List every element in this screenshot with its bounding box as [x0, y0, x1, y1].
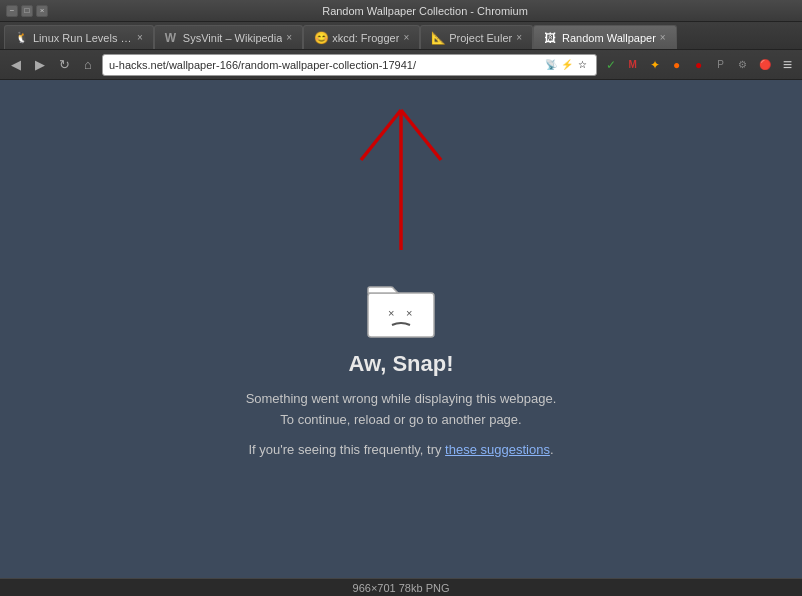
tab-sysvinit[interactable]: W SysVinit – Wikipedia × [154, 25, 303, 49]
svg-text:×: × [406, 307, 412, 319]
tab-close-wallpaper[interactable]: × [660, 32, 666, 43]
status-text: 966×701 78kb PNG [353, 582, 450, 594]
crash-content: × × Aw, Snap! Something went wrong while… [246, 279, 557, 458]
tab-linux-run-levels[interactable]: 🐧 Linux Run Levels (R... × [4, 25, 154, 49]
window-title: Random Wallpaper Collection - Chromium [54, 5, 796, 17]
toolbar-icons: ✓ M ✦ ● ● P ⚙ 🔴 [601, 55, 775, 75]
url-text: u-hacks.net/wallpaper-166/random-wallpap… [109, 59, 540, 71]
annotation-arrow [341, 100, 461, 264]
tab-close-xkcd[interactable]: × [403, 32, 409, 43]
svg-text:×: × [388, 307, 394, 319]
url-icons: 📡 ⚡ ☆ [544, 58, 590, 72]
browser-content: × × Aw, Snap! Something went wrong while… [0, 80, 802, 596]
tab-favicon-sysvinit: W [165, 31, 179, 45]
title-bar: − □ × Random Wallpaper Collection - Chro… [0, 0, 802, 22]
crash-suggestion: If you're seeing this frequently, try th… [248, 442, 553, 457]
status-bar: 966×701 78kb PNG [0, 578, 802, 596]
tab-project-euler[interactable]: 📐 Project Euler × [420, 25, 533, 49]
red-circle-icon[interactable]: ● [689, 55, 709, 75]
url-box[interactable]: u-hacks.net/wallpaper-166/random-wallpap… [102, 54, 597, 76]
close-button[interactable]: × [36, 5, 48, 17]
addon-icon3[interactable]: 🔴 [755, 55, 775, 75]
window-controls[interactable]: − □ × [6, 5, 48, 17]
crash-message-line2: To continue, reload or go to another pag… [280, 412, 521, 427]
minimize-button[interactable]: − [6, 5, 18, 17]
home-button[interactable]: ⌂ [78, 55, 98, 75]
tab-random-wallpaper[interactable]: 🖼 Random Wallpaper × [533, 25, 677, 49]
tab-xkcd[interactable]: 😊 xkcd: Frogger × [303, 25, 420, 49]
tab-favicon-xkcd: 😊 [314, 31, 328, 45]
svg-line-0 [361, 110, 401, 160]
tab-bar: 🐧 Linux Run Levels (R... × W SysVinit – … [0, 22, 802, 50]
svg-line-1 [401, 110, 441, 160]
tab-favicon-linux: 🐧 [15, 31, 29, 45]
svg-rect-3 [368, 293, 434, 337]
maximize-button[interactable]: □ [21, 5, 33, 17]
checkmark-icon[interactable]: ✓ [601, 55, 621, 75]
tab-close-euler[interactable]: × [516, 32, 522, 43]
tab-label-euler: Project Euler [449, 32, 512, 44]
tab-label-linux: Linux Run Levels (R... [33, 32, 133, 44]
back-button[interactable]: ◀ [6, 55, 26, 75]
tab-close-sysvinit[interactable]: × [286, 32, 292, 43]
star-icon[interactable]: ✦ [645, 55, 665, 75]
tab-label-xkcd: xkcd: Frogger [332, 32, 399, 44]
tab-close-linux[interactable]: × [137, 32, 143, 43]
plugin-icon[interactable]: ⚡ [560, 58, 574, 72]
tab-favicon-wallpaper: 🖼 [544, 31, 558, 45]
forward-button[interactable]: ▶ [30, 55, 50, 75]
menu-button[interactable]: ≡ [779, 56, 796, 74]
tab-favicon-euler: 📐 [431, 31, 445, 45]
circle-icon[interactable]: ● [667, 55, 687, 75]
gmail-icon[interactable]: M [623, 55, 643, 75]
address-bar: ◀ ▶ ↻ ⌂ u-hacks.net/wallpaper-166/random… [0, 50, 802, 80]
tab-label-sysvinit: SysVinit – Wikipedia [183, 32, 282, 44]
sad-folder-icon: × × [366, 279, 436, 339]
rss-icon[interactable]: 📡 [544, 58, 558, 72]
these-suggestions-link[interactable]: these suggestions [445, 442, 550, 457]
crash-message: Something went wrong while displaying th… [246, 389, 557, 431]
addon-icon1[interactable]: P [711, 55, 731, 75]
tab-label-wallpaper: Random Wallpaper [562, 32, 656, 44]
crash-suggestion-suffix: . [550, 442, 554, 457]
addon-icon2[interactable]: ⚙ [733, 55, 753, 75]
crash-message-line1: Something went wrong while displaying th… [246, 391, 557, 406]
crash-suggestion-prefix: If you're seeing this frequently, try [248, 442, 445, 457]
crash-title: Aw, Snap! [348, 351, 453, 377]
bookmark-star-icon[interactable]: ☆ [576, 58, 590, 72]
reload-button[interactable]: ↻ [54, 55, 74, 75]
